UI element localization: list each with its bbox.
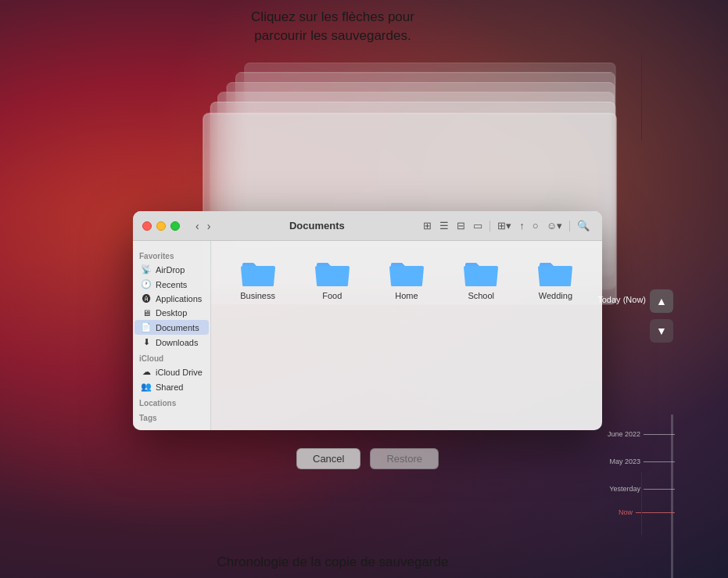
group-button[interactable]: ⊞▾: [494, 218, 515, 233]
folder-home[interactable]: Home: [372, 253, 440, 303]
sidebar-item-recents[interactable]: 🕐 Recents: [134, 277, 209, 292]
folder-school-label: School: [468, 291, 494, 300]
sidebar-label-applications: Applications: [156, 294, 202, 303]
finder-content: Business Food: [211, 241, 602, 430]
finder-title: Documents: [220, 220, 414, 232]
column-view-button[interactable]: ⊟: [454, 218, 468, 233]
folder-food-label: Food: [322, 291, 342, 300]
favorites-label: Favorites: [133, 247, 210, 262]
sidebar-item-shared[interactable]: 👥 Shared: [134, 379, 209, 394]
maximize-button[interactable]: [170, 221, 180, 231]
back-button[interactable]: ‹: [192, 218, 203, 234]
share-button[interactable]: ○: [529, 218, 542, 233]
annotation-line-bottom: [641, 472, 642, 535]
sidebar-item-airdrop[interactable]: 📡 AirDrop: [134, 262, 209, 277]
annotation-bottom: Chronologie de la copie de sauvegarde: [0, 555, 665, 570]
finder-titlebar: ‹ › Documents ⊞ ☰ ⊟ ▭ ⊞▾ ↑ ○ ☺▾ 🔍: [133, 211, 602, 241]
toolbar-separator-2: [569, 221, 570, 232]
sidebar-label-airdrop: AirDrop: [156, 265, 185, 275]
timeline-mark-yesterday: Yesterday: [609, 485, 675, 493]
folder-home-icon: [388, 257, 425, 288]
folder-wedding-label: Wedding: [539, 291, 572, 300]
finder-nav-buttons: ‹ ›: [192, 218, 213, 234]
timeline-mark-june2022: June 2022: [608, 430, 675, 438]
sidebar-item-downloads[interactable]: ⬇ Downloads: [134, 335, 209, 350]
shared-icon: 👥: [141, 382, 152, 392]
timeline: ▲ Today (Now) ▼ June 2022 May 2023 Yeste…: [611, 102, 689, 578]
toolbar-separator: [490, 221, 490, 232]
timeline-bar: [671, 415, 673, 578]
now-label: Now: [619, 508, 633, 516]
sidebar-label-recents: Recents: [156, 280, 187, 289]
desktop-icon: 🖥: [141, 308, 152, 318]
icloud-drive-icon: ☁: [141, 367, 152, 377]
folder-school-icon: [462, 257, 500, 288]
timeline-mark-may2023: May 2023: [609, 458, 675, 465]
sidebar-label-icloud-drive: iCloud Drive: [156, 368, 203, 377]
folder-business-label: Business: [240, 291, 275, 300]
cancel-button[interactable]: Cancel: [296, 448, 360, 469]
sidebar-item-documents[interactable]: 📄 Documents: [134, 320, 209, 335]
annotation-line-top: [641, 55, 642, 141]
today-label: Today (Now): [597, 295, 646, 304]
restore-button[interactable]: Restore: [370, 448, 439, 469]
annotation-top: Cliquez sur les flèches pour parcourir l…: [0, 8, 665, 45]
sidebar-label-documents: Documents: [156, 323, 199, 332]
close-button[interactable]: [142, 221, 152, 231]
folder-school[interactable]: School: [447, 253, 515, 303]
icloud-label: iCloud: [133, 350, 210, 364]
icon-view-button[interactable]: ⊞: [420, 218, 435, 233]
timeline-mark-now: Now: [619, 508, 675, 516]
june2022-label: June 2022: [608, 430, 640, 438]
sidebar-label-downloads: Downloads: [156, 338, 198, 347]
folder-food-icon: [314, 257, 351, 288]
documents-icon: 📄: [141, 322, 152, 332]
folder-wedding[interactable]: Wedding: [522, 253, 590, 303]
folder-wedding-icon: [536, 257, 574, 288]
finder-window: ‹ › Documents ⊞ ☰ ⊟ ▭ ⊞▾ ↑ ○ ☺▾ 🔍 Favori…: [133, 211, 602, 430]
june2022-line: [644, 434, 675, 435]
yesterday-label: Yesterday: [609, 485, 640, 493]
action-button[interactable]: ↑: [516, 218, 528, 233]
recents-icon: 🕐: [141, 279, 152, 289]
sidebar-label-shared: Shared: [156, 382, 183, 392]
tag-button[interactable]: ☺▾: [543, 218, 565, 233]
applications-icon: 🅐: [141, 294, 152, 303]
finder-body: Favorites 📡 AirDrop 🕐 Recents 🅐 Applicat…: [133, 241, 602, 430]
folder-home-label: Home: [395, 291, 418, 300]
timeline-nav-down[interactable]: ▼: [650, 319, 673, 343]
annotation-bottom-text: Chronologie de la copie de sauvegarde: [0, 555, 665, 570]
list-view-button[interactable]: ☰: [436, 218, 452, 233]
toolbar-icons: ⊞ ☰ ⊟ ▭ ⊞▾ ↑ ○ ☺▾ 🔍: [420, 218, 593, 233]
minimize-button[interactable]: [156, 221, 166, 231]
may2023-label: May 2023: [609, 458, 640, 465]
folder-business-icon: [239, 257, 277, 288]
airdrop-icon: 📡: [141, 264, 152, 275]
annotation-top-line1: Cliquez sur les flèches pour: [0, 8, 665, 27]
folder-business[interactable]: Business: [224, 253, 292, 303]
sidebar-item-icloud-drive[interactable]: ☁ iCloud Drive: [134, 364, 209, 379]
downloads-icon: ⬇: [141, 337, 152, 347]
forward-button[interactable]: ›: [204, 218, 214, 234]
timeline-nav-up[interactable]: ▲: [650, 289, 673, 313]
sidebar-item-applications[interactable]: 🅐 Applications: [134, 292, 209, 306]
annotation-top-line2: parcourir les sauvegardes.: [0, 27, 665, 45]
traffic-lights: [142, 221, 180, 231]
may2023-line: [644, 461, 675, 462]
tags-label: Tags: [133, 409, 210, 424]
action-buttons: Cancel Restore: [133, 448, 602, 469]
gallery-view-button[interactable]: ▭: [470, 218, 486, 233]
folder-food[interactable]: Food: [298, 253, 366, 303]
sidebar-item-desktop[interactable]: 🖥 Desktop: [134, 306, 209, 320]
search-button[interactable]: 🔍: [574, 218, 593, 233]
locations-label: Locations: [133, 394, 210, 409]
sidebar-label-desktop: Desktop: [156, 308, 187, 318]
yesterday-line: [644, 489, 675, 490]
finder-sidebar: Favorites 📡 AirDrop 🕐 Recents 🅐 Applicat…: [133, 241, 211, 430]
